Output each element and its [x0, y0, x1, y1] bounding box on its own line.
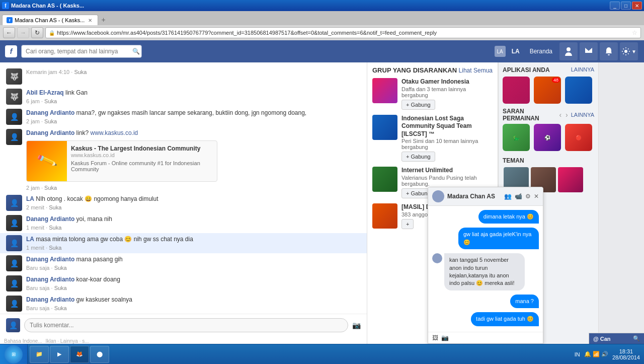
app-icon[interactable]	[565, 77, 592, 104]
new-tab-button[interactable]: +	[98, 14, 108, 25]
apps-header: APLIKASI ANDA LAINNYA	[503, 66, 594, 74]
chat-bar-label: @ Can	[593, 336, 611, 342]
tab-close-button[interactable]: ✕	[87, 17, 94, 24]
comment-author[interactable]: Danang Ardianto	[26, 296, 74, 303]
games-next-button[interactable]: ›	[565, 111, 569, 119]
facebook-logo[interactable]: f	[5, 45, 17, 57]
system-clock: 18:31 28/08/2014	[612, 348, 640, 360]
chat-image-button[interactable]: 📷	[441, 334, 449, 341]
join-group-button[interactable]: + Gabung	[401, 152, 435, 162]
forward-button[interactable]: →	[17, 27, 29, 38]
settings-icon[interactable]: ▼	[620, 42, 638, 60]
join-group-button[interactable]: + Gabung	[401, 100, 435, 110]
chat-settings-button[interactable]: ⚙	[525, 193, 531, 200]
app-icon[interactable]	[503, 77, 530, 104]
chat-video-button[interactable]: 📹	[515, 193, 522, 200]
search-button[interactable]: 🔍	[132, 48, 140, 55]
games-lainnya[interactable]: LAINNYA	[571, 112, 594, 118]
maximize-button[interactable]: □	[621, 2, 631, 10]
like-link[interactable]: Suka	[74, 69, 87, 75]
comment-text: mana pasang gih	[76, 256, 123, 263]
comment-author[interactable]: Danang Ardianto	[26, 215, 74, 223]
chat-close-button[interactable]: ✕	[534, 193, 539, 200]
comment-author[interactable]: Danang Ardianto	[26, 129, 74, 136]
friends-icon[interactable]	[559, 42, 578, 60]
group-avatar	[372, 167, 397, 192]
window-controls: _ □ ✕	[610, 2, 642, 10]
game-icon[interactable]: 🦕	[503, 124, 530, 151]
chat-emoji-button[interactable]: 🖼	[432, 334, 438, 341]
user-avatar[interactable]: LA	[495, 46, 506, 57]
like-link[interactable]: Suka	[54, 265, 67, 271]
comment-author[interactable]: Abil El-Azraq	[26, 89, 64, 96]
join-group-button[interactable]: +	[401, 219, 414, 229]
chat-message: mana ?	[432, 295, 539, 308]
tab-title: Madara Chan AS - ( Kasks...	[15, 17, 85, 23]
close-button[interactable]: ✕	[632, 2, 642, 10]
chat-bubble: mana ?	[510, 295, 539, 308]
reload-button[interactable]: ↻	[31, 27, 43, 38]
apps-lainnya[interactable]: LAINNYA	[571, 66, 594, 74]
comment-text: NIh otong . kocak 😄 ngomong hanya dimulu…	[36, 195, 158, 202]
comment-avatar: 👤	[6, 215, 22, 231]
app-icon[interactable]: 48	[534, 77, 561, 104]
teman-avatar[interactable]	[558, 167, 583, 192]
games-prev-button[interactable]: ‹	[558, 111, 562, 119]
comment-meta: Baru saja · Suka	[26, 285, 361, 291]
search-input[interactable]	[21, 45, 142, 58]
start-button[interactable]: ⊞	[0, 344, 28, 365]
like-link[interactable]: Suka	[54, 305, 67, 311]
back-button[interactable]: ←	[3, 27, 15, 38]
minimize-button[interactable]: _	[610, 2, 620, 10]
comment-body: Abil El-Azraq link Gan 6 jam · Suka	[26, 89, 361, 105]
username-label[interactable]: LA	[508, 46, 524, 57]
bookmark-icon[interactable]: ☆	[632, 29, 637, 36]
home-link[interactable]: Beranda	[526, 46, 556, 57]
taskbar-chrome-button[interactable]: ⬤	[90, 346, 109, 363]
group-sub: Peri Simi dan 10 teman lainnya	[401, 138, 493, 144]
chat-bar-search-icon[interactable]: 🔍	[633, 335, 640, 342]
page-footer: Bahasa Indone... Iklan · Lainnya · s... …	[0, 336, 367, 344]
chat-add-friend-button[interactable]: 👥	[504, 193, 512, 200]
language-indicator: IN	[575, 351, 580, 357]
comment-meta: 2 menit · Suka	[26, 204, 361, 210]
like-link[interactable]: Suka	[44, 98, 57, 104]
messages-icon[interactable]	[580, 42, 598, 60]
comment-meta: 2 jam · Suka	[26, 118, 361, 124]
game-icon[interactable]: 🔴	[565, 124, 592, 151]
like-link[interactable]: Suka	[49, 245, 61, 251]
chat-messages: dimana letak nya 😊 gw liat aja gada jele…	[428, 206, 543, 332]
like-link[interactable]: Suka	[54, 285, 67, 291]
content-area: 🐺 Kemarin jam 4:10 · Suka 🐺 Abil El-Azra…	[0, 62, 367, 344]
taskbar-firefox-button[interactable]: 🦊	[70, 346, 89, 363]
comment-meta: Baru saja · Suka	[26, 305, 361, 311]
taskbar-media-button[interactable]: ▶	[50, 346, 69, 363]
app-badge: 48	[552, 78, 560, 83]
chat-message: kan tanggal 5 november anon indo turun k…	[432, 253, 539, 290]
chat-msg-avatar	[432, 253, 442, 263]
comment-author[interactable]: LA	[26, 195, 34, 202]
chat-bubble: dimana letak nya 😊	[478, 210, 539, 224]
taskbar-folder-button[interactable]: 📁	[30, 346, 49, 363]
see-all-link[interactable]: Lihat Semua	[459, 67, 493, 74]
like-link[interactable]: Suka	[49, 225, 61, 231]
like-link[interactable]: Suka	[44, 185, 57, 191]
taskbar-right: IN 🔔 📶 🔊 18:31 28/08/2014	[571, 348, 644, 360]
link-preview[interactable]: ✏️ Kaskus - The Largest Indonesian Commu…	[26, 140, 217, 182]
chat-name: Madara Chan AS	[447, 193, 501, 200]
comment-text: gw kaskuser soalnya	[76, 296, 132, 303]
notifications-icon[interactable]	[600, 42, 618, 60]
comment-author[interactable]: Danang Ardianto	[26, 276, 74, 283]
active-tab[interactable]: f Madara Chan AS - ( Kasks... ✕	[2, 15, 98, 25]
address-text[interactable]: https://www.facebook.com/mr.as404/posts/…	[57, 30, 630, 36]
clock-date: 28/08/2014	[612, 354, 640, 360]
like-link[interactable]: Suka	[49, 204, 61, 210]
comment-author[interactable]: LA	[26, 236, 34, 243]
like-link[interactable]: Suka	[44, 118, 57, 124]
comment-item: 👤 Danang Ardianto gw kaskuser soalnya Ba…	[0, 294, 367, 314]
comment-author[interactable]: Danang Ardianto	[26, 109, 74, 116]
camera-icon[interactable]: 📷	[352, 321, 361, 329]
comment-author[interactable]: Danang Ardianto	[26, 256, 74, 263]
game-icon[interactable]: ⚽	[534, 124, 561, 151]
comment-input[interactable]	[24, 318, 348, 332]
